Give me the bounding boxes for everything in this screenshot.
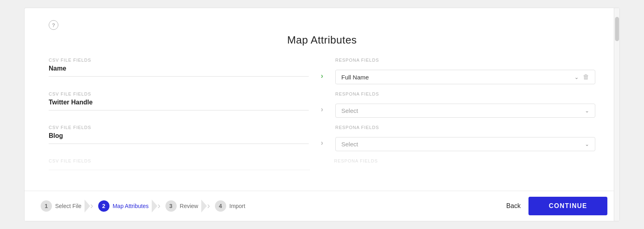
- chevron-down-icon[interactable]: ⌄: [585, 108, 589, 114]
- respona-field-label: RESPONA FIELDS: [335, 92, 595, 96]
- csv-field-value: [49, 166, 310, 170]
- step-label-1: Select File: [55, 203, 81, 209]
- select-controls-3: ⌄: [585, 141, 589, 147]
- step-item-4[interactable]: 4 Import: [211, 198, 254, 214]
- arrow-col: ›: [309, 125, 335, 155]
- csv-field-label: CSV FILE FIELDS: [49, 158, 310, 163]
- footer-actions: Back CONTINUE: [506, 197, 607, 215]
- step-label-4: Import: [229, 203, 246, 209]
- csv-field-label: CSV FILE FIELDS: [49, 58, 309, 62]
- respona-field-group: RESPONA FIELDS Select ⌄: [335, 92, 595, 122]
- step-separator-icon: ›: [90, 201, 93, 211]
- csv-field-value: Blog: [49, 132, 309, 144]
- step-number-2: 2: [98, 200, 109, 212]
- select-value-1: Full Name: [341, 74, 369, 81]
- arrow-col: ›: [309, 92, 335, 122]
- csv-field-value: Name: [49, 65, 309, 77]
- step-label-2: Map Attributes: [113, 203, 149, 209]
- respona-field-label: RESPONA FIELDS: [335, 58, 595, 62]
- step-item-3[interactable]: 3 Review: [161, 198, 206, 214]
- step-separator-icon: ›: [207, 201, 210, 211]
- respona-field-label: RESPONA FIELDS: [335, 125, 595, 130]
- csv-field-group: CSV FILE FIELDS Blog: [49, 125, 309, 155]
- respona-select-1[interactable]: Full Name ⌄ 🗑: [335, 70, 595, 84]
- select-placeholder-2: Select: [341, 107, 358, 114]
- gray-arrow-icon: ›: [321, 139, 323, 147]
- respona-select-3[interactable]: Select ⌄: [335, 137, 595, 151]
- page-title: Map Attributes: [49, 34, 595, 46]
- csv-field-group: CSV FILE FIELDS: [49, 158, 310, 172]
- green-arrow-icon: ›: [321, 72, 323, 80]
- step-number-3: 3: [165, 200, 177, 212]
- csv-field-group: CSV FILE FIELDS Twitter Handle: [49, 92, 309, 122]
- csv-field-label: CSV FILE FIELDS: [49, 92, 309, 96]
- mapping-row: CSV FILE FIELDS Name › RESPONA FIELDS Fu…: [49, 58, 595, 88]
- step-number-4: 4: [215, 200, 226, 212]
- chevron-down-icon[interactable]: ⌄: [574, 74, 579, 80]
- respona-field-group: RESPONA FIELDS Full Name ⌄ 🗑: [335, 58, 595, 88]
- mapping-row: CSV FILE FIELDS Blog › RESPONA FIELDS Se…: [49, 125, 595, 155]
- arrow-col: ›: [309, 58, 335, 88]
- step-item-1[interactable]: 1 Select File: [37, 198, 89, 214]
- step-separator-icon: ›: [157, 201, 160, 211]
- csv-field-label: CSV FILE FIELDS: [49, 125, 309, 130]
- mapping-section: CSV FILE FIELDS Name › RESPONA FIELDS Fu…: [49, 58, 595, 172]
- back-button[interactable]: Back: [506, 202, 521, 210]
- respona-field-group: RESPONA FIELDS: [334, 158, 595, 172]
- modal-container: ? Map Attributes CSV FILE FIELDS Name › …: [24, 8, 620, 221]
- select-controls-1: ⌄ 🗑: [574, 73, 589, 81]
- csv-field-group: CSV FILE FIELDS Name: [49, 58, 309, 88]
- help-icon[interactable]: ?: [49, 20, 58, 30]
- arrow-col: [310, 158, 334, 172]
- delete-icon[interactable]: 🗑: [583, 73, 589, 81]
- scrollbar[interactable]: [614, 8, 619, 221]
- step-list: 1 Select File › 2 Map Attributes ›: [37, 198, 506, 214]
- step-label-3: Review: [180, 203, 198, 209]
- continue-button[interactable]: CONTINUE: [528, 197, 607, 215]
- footer: 1 Select File › 2 Map Attributes ›: [25, 191, 619, 221]
- gray-arrow-icon: ›: [321, 105, 323, 114]
- select-controls-2: ⌄: [585, 108, 589, 114]
- respona-field-label: RESPONA FIELDS: [334, 158, 595, 163]
- modal-content: ? Map Attributes CSV FILE FIELDS Name › …: [25, 8, 619, 191]
- mapping-row-partial: CSV FILE FIELDS RESPONA FIELDS: [49, 158, 595, 172]
- select-placeholder-3: Select: [341, 141, 358, 148]
- csv-field-value: Twitter Handle: [49, 99, 309, 110]
- scrollbar-thumb[interactable]: [615, 17, 619, 41]
- respona-field-group: RESPONA FIELDS Select ⌄: [335, 125, 595, 155]
- chevron-down-icon[interactable]: ⌄: [585, 141, 589, 147]
- step-item-2[interactable]: 2 Map Attributes: [94, 198, 157, 214]
- step-number-1: 1: [41, 200, 52, 212]
- respona-select-2[interactable]: Select ⌄: [335, 104, 595, 118]
- mapping-row: CSV FILE FIELDS Twitter Handle › RESPONA…: [49, 92, 595, 122]
